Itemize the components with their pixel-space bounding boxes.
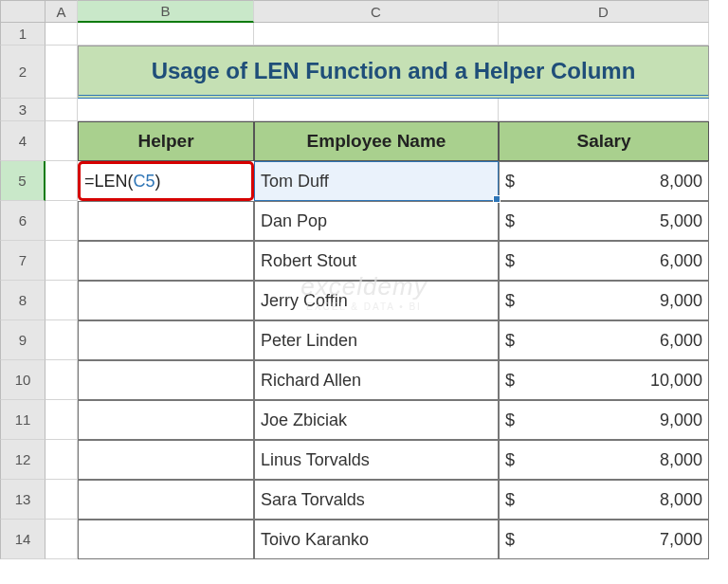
- cell-c14[interactable]: Toivo Karanko: [254, 520, 499, 559]
- currency-symbol: $: [505, 450, 515, 470]
- cell-b9[interactable]: [78, 320, 254, 360]
- cell-b10[interactable]: [78, 360, 254, 400]
- header-employee[interactable]: Employee Name: [254, 121, 499, 161]
- currency-symbol: $: [505, 251, 515, 271]
- row-header-11[interactable]: 11: [0, 400, 46, 440]
- cell-d12[interactable]: $8,000: [499, 440, 709, 480]
- row-header-12[interactable]: 12: [0, 440, 46, 480]
- cell-c7[interactable]: Robert Stout: [254, 241, 499, 281]
- row-header-4[interactable]: 4: [0, 121, 46, 161]
- cell-b13[interactable]: [78, 480, 254, 520]
- cell-d8[interactable]: $9,000: [499, 281, 709, 320]
- select-all-corner[interactable]: [0, 0, 46, 23]
- col-header-a[interactable]: A: [46, 0, 78, 23]
- header-salary[interactable]: Salary: [499, 121, 709, 161]
- cell-b1[interactable]: [78, 23, 254, 46]
- cell-a2[interactable]: [46, 46, 78, 99]
- cell-d7[interactable]: $6,000: [499, 241, 709, 281]
- row-header-10[interactable]: 10: [0, 360, 46, 400]
- salary-value: 9,000: [660, 411, 702, 430]
- cell-b8[interactable]: [78, 281, 254, 320]
- currency-symbol: $: [505, 291, 515, 311]
- cell-d14[interactable]: $7,000: [499, 520, 709, 559]
- cell-c10[interactable]: Richard Allen: [254, 360, 499, 400]
- salary-value: 8,000: [660, 172, 702, 192]
- cell-b6[interactable]: [78, 201, 254, 241]
- cell-b3[interactable]: [78, 99, 254, 121]
- cell-a11[interactable]: [46, 400, 78, 440]
- cell-d6[interactable]: $5,000: [499, 201, 709, 241]
- cell-c12[interactable]: Linus Torvalds: [254, 440, 499, 480]
- currency-symbol: $: [505, 530, 515, 550]
- cell-c3[interactable]: [254, 99, 499, 121]
- cell-a14[interactable]: [46, 520, 78, 559]
- cell-c9[interactable]: Peter Linden: [254, 320, 499, 360]
- cell-a6[interactable]: [46, 201, 78, 241]
- col-header-c[interactable]: C: [254, 0, 499, 23]
- cell-c5[interactable]: Tom Duff: [254, 161, 499, 201]
- currency-symbol: $: [505, 172, 515, 192]
- cell-b12[interactable]: [78, 440, 254, 480]
- cell-d10[interactable]: $10,000: [499, 360, 709, 400]
- row-header-6[interactable]: 6: [0, 201, 46, 241]
- salary-value: 7,000: [660, 530, 702, 550]
- formula-suffix: ): [155, 172, 161, 192]
- row-header-5[interactable]: 5: [0, 161, 46, 201]
- cell-b7[interactable]: [78, 241, 254, 281]
- cell-c8[interactable]: Jerry Coffin: [254, 281, 499, 320]
- salary-value: 9,000: [660, 291, 702, 311]
- cell-a12[interactable]: [46, 440, 78, 480]
- cell-c13[interactable]: Sara Torvalds: [254, 480, 499, 520]
- salary-value: 8,000: [660, 490, 702, 510]
- formula-prefix: =LEN(: [84, 172, 134, 192]
- row-header-1[interactable]: 1: [0, 23, 46, 46]
- row-header-8[interactable]: 8: [0, 281, 46, 320]
- col-header-b[interactable]: B: [78, 0, 254, 23]
- cell-a13[interactable]: [46, 480, 78, 520]
- salary-value: 10,000: [650, 371, 702, 391]
- cell-d9[interactable]: $6,000: [499, 320, 709, 360]
- salary-value: 8,000: [660, 450, 702, 470]
- cell-a8[interactable]: [46, 281, 78, 320]
- cell-c1[interactable]: [254, 23, 499, 46]
- spreadsheet-grid[interactable]: A B C D 1 2 Usage of LEN Function and a …: [0, 0, 728, 559]
- row-header-2[interactable]: 2: [0, 46, 46, 99]
- currency-symbol: $: [505, 411, 515, 430]
- col-header-d[interactable]: D: [499, 0, 709, 23]
- cell-a1[interactable]: [46, 23, 78, 46]
- cell-a9[interactable]: [46, 320, 78, 360]
- row-header-9[interactable]: 9: [0, 320, 46, 360]
- header-helper[interactable]: Helper: [78, 121, 254, 161]
- cell-a3[interactable]: [46, 99, 78, 121]
- formula-ref: C5: [134, 172, 155, 192]
- row-header-7[interactable]: 7: [0, 241, 46, 281]
- cell-d13[interactable]: $8,000: [499, 480, 709, 520]
- row-header-14[interactable]: 14: [0, 520, 46, 559]
- title-cell[interactable]: Usage of LEN Function and a Helper Colum…: [78, 46, 709, 99]
- cell-a4[interactable]: [46, 121, 78, 161]
- cell-a7[interactable]: [46, 241, 78, 281]
- currency-symbol: $: [505, 490, 515, 510]
- cell-a10[interactable]: [46, 360, 78, 400]
- cell-a5[interactable]: [46, 161, 78, 201]
- cell-b5-formula[interactable]: =LEN(C5): [78, 161, 254, 201]
- cell-d1[interactable]: [499, 23, 709, 46]
- cell-d11[interactable]: $9,000: [499, 400, 709, 440]
- row-header-3[interactable]: 3: [0, 99, 46, 121]
- cell-c11[interactable]: Joe Zbiciak: [254, 400, 499, 440]
- currency-symbol: $: [505, 211, 515, 231]
- salary-value: 5,000: [660, 211, 702, 231]
- salary-value: 6,000: [660, 251, 702, 271]
- cell-b14[interactable]: [78, 520, 254, 559]
- cell-d3[interactable]: [499, 99, 709, 121]
- currency-symbol: $: [505, 331, 515, 351]
- cell-b11[interactable]: [78, 400, 254, 440]
- cell-c6[interactable]: Dan Pop: [254, 201, 499, 241]
- cell-d5[interactable]: $8,000: [499, 161, 709, 201]
- row-header-13[interactable]: 13: [0, 480, 46, 520]
- currency-symbol: $: [505, 371, 515, 391]
- salary-value: 6,000: [660, 331, 702, 351]
